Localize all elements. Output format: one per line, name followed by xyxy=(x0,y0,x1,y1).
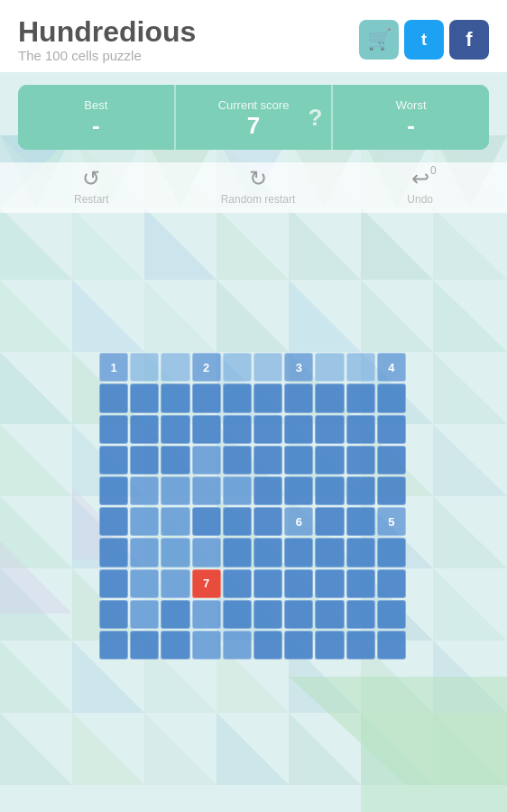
table-row[interactable]: 3 xyxy=(284,353,313,382)
table-row[interactable] xyxy=(254,446,282,475)
table-row[interactable] xyxy=(223,600,252,629)
table-row[interactable] xyxy=(284,476,313,505)
table-row[interactable] xyxy=(99,415,128,444)
table-row[interactable] xyxy=(192,476,221,505)
table-row[interactable] xyxy=(377,415,406,444)
table-row[interactable] xyxy=(254,507,282,536)
table-row[interactable] xyxy=(346,353,375,382)
table-row[interactable] xyxy=(99,507,128,536)
table-row[interactable] xyxy=(254,569,282,598)
table-row[interactable] xyxy=(377,569,406,598)
table-row[interactable] xyxy=(315,538,344,567)
table-row[interactable] xyxy=(99,476,128,505)
table-row[interactable] xyxy=(284,600,313,629)
table-row[interactable] xyxy=(130,415,159,444)
table-row[interactable] xyxy=(377,446,406,475)
table-row[interactable] xyxy=(99,383,128,412)
table-row[interactable] xyxy=(161,383,189,412)
table-row[interactable] xyxy=(346,538,375,567)
table-row[interactable] xyxy=(223,631,252,660)
table-row[interactable] xyxy=(315,631,344,660)
table-row[interactable] xyxy=(130,446,159,475)
table-row[interactable] xyxy=(284,569,313,598)
table-row[interactable] xyxy=(99,569,128,598)
table-row[interactable] xyxy=(346,569,375,598)
table-row[interactable] xyxy=(192,383,221,412)
table-row[interactable] xyxy=(346,383,375,412)
table-row[interactable] xyxy=(315,383,344,412)
table-row[interactable] xyxy=(161,446,189,475)
table-row[interactable] xyxy=(99,600,128,629)
table-row[interactable] xyxy=(284,631,313,660)
table-row[interactable] xyxy=(254,415,282,444)
table-row[interactable] xyxy=(192,631,221,660)
table-row[interactable] xyxy=(130,383,159,412)
table-row[interactable] xyxy=(346,631,375,660)
table-row[interactable] xyxy=(161,569,189,598)
table-row[interactable] xyxy=(130,538,159,567)
table-row[interactable] xyxy=(223,383,252,412)
table-row[interactable] xyxy=(254,353,282,382)
table-row[interactable] xyxy=(161,476,189,505)
table-row[interactable] xyxy=(130,631,159,660)
table-row[interactable] xyxy=(346,476,375,505)
table-row[interactable]: 1 xyxy=(99,353,128,382)
table-row[interactable]: 2 xyxy=(192,353,221,382)
table-row[interactable] xyxy=(130,569,159,598)
table-row[interactable] xyxy=(192,538,221,567)
table-row[interactable] xyxy=(284,415,313,444)
table-row[interactable] xyxy=(223,538,252,567)
facebook-icon[interactable]: f xyxy=(449,20,489,60)
random-restart-button[interactable]: ↻ Random restart xyxy=(221,166,296,206)
table-row[interactable] xyxy=(346,415,375,444)
table-row[interactable] xyxy=(130,507,159,536)
table-row[interactable] xyxy=(254,631,282,660)
table-row[interactable] xyxy=(130,600,159,629)
undo-button[interactable]: ↩ 0 Undo xyxy=(407,166,433,206)
table-row[interactable] xyxy=(315,507,344,536)
table-row[interactable] xyxy=(377,476,406,505)
table-row[interactable] xyxy=(284,383,313,412)
table-row[interactable] xyxy=(223,476,252,505)
table-row[interactable] xyxy=(192,600,221,629)
table-row[interactable]: 4 xyxy=(377,353,406,382)
table-row[interactable] xyxy=(223,415,252,444)
table-row[interactable] xyxy=(223,353,252,382)
table-row[interactable] xyxy=(99,631,128,660)
table-row[interactable] xyxy=(346,446,375,475)
table-row[interactable] xyxy=(192,507,221,536)
table-row[interactable] xyxy=(99,538,128,567)
table-row[interactable] xyxy=(377,631,406,660)
table-row[interactable] xyxy=(161,538,189,567)
table-row[interactable] xyxy=(254,383,282,412)
table-row[interactable]: 7 xyxy=(192,569,221,598)
table-row[interactable] xyxy=(315,476,344,505)
table-row[interactable] xyxy=(161,415,189,444)
table-row[interactable] xyxy=(223,507,252,536)
table-row[interactable] xyxy=(377,538,406,567)
table-row[interactable] xyxy=(254,538,282,567)
table-row[interactable] xyxy=(315,600,344,629)
twitter-icon[interactable]: t xyxy=(404,20,444,60)
table-row[interactable] xyxy=(161,631,189,660)
table-row[interactable] xyxy=(99,446,128,475)
table-row[interactable] xyxy=(254,476,282,505)
table-row[interactable] xyxy=(315,353,344,382)
table-row[interactable] xyxy=(130,353,159,382)
table-row[interactable] xyxy=(192,446,221,475)
table-row[interactable] xyxy=(223,446,252,475)
table-row[interactable] xyxy=(161,353,189,382)
table-row[interactable] xyxy=(315,569,344,598)
table-row[interactable]: 5 xyxy=(377,507,406,536)
table-row[interactable] xyxy=(254,600,282,629)
table-row[interactable] xyxy=(346,600,375,629)
table-row[interactable] xyxy=(161,507,189,536)
shop-icon[interactable]: 🛒 xyxy=(359,20,399,60)
table-row[interactable] xyxy=(315,415,344,444)
table-row[interactable] xyxy=(284,538,313,567)
restart-button[interactable]: ↺ Restart xyxy=(74,166,109,206)
table-row[interactable] xyxy=(315,446,344,475)
table-row[interactable] xyxy=(377,383,406,412)
table-row[interactable] xyxy=(192,415,221,444)
table-row[interactable] xyxy=(377,600,406,629)
